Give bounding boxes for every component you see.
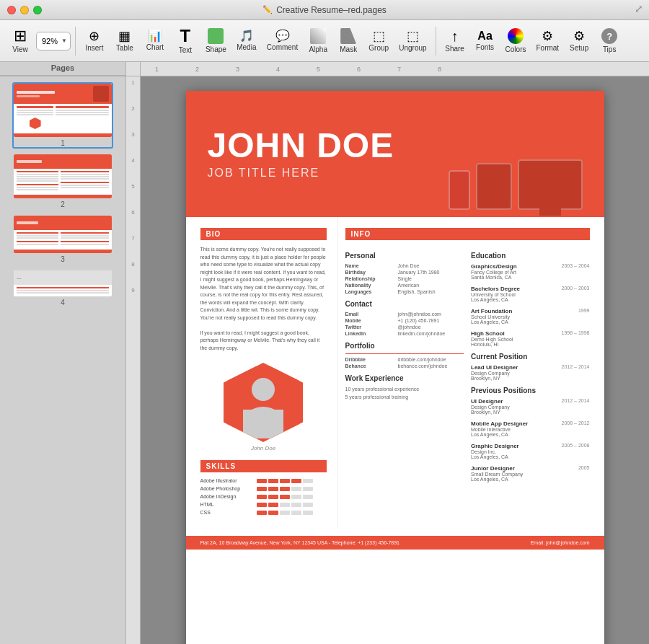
info-languages-row: Languages English, Spanish: [345, 289, 464, 294]
info-behance-row: Behance behance.com/johndoe: [345, 363, 464, 369]
page-thumb-3[interactable]: 3: [12, 214, 113, 265]
portfolio-label: Portfolio: [345, 342, 464, 350]
info-nationality-row: Nationality American: [345, 283, 464, 288]
toolbar-alpha[interactable]: Alpha: [304, 25, 332, 56]
ungroup-icon: ⬚: [407, 30, 419, 43]
toolbar-ungroup[interactable]: ⬚ Ungroup: [394, 27, 431, 55]
document-title: ✏️ Creative Resume–red.pages: [262, 5, 387, 15]
toolbar-setup[interactable]: ⚙ Setup: [565, 27, 593, 55]
svg-point-1: [252, 378, 275, 401]
mask-icon: [340, 28, 356, 44]
info-mobile-row: Mobile +1 (120) 456-7891: [345, 318, 464, 323]
ruler-corner: Pages: [0, 62, 126, 76]
shape-icon: [208, 28, 224, 44]
media-icon: 🎵: [239, 30, 254, 42]
insert-icon: ⊕: [89, 30, 100, 43]
toolbar-tips[interactable]: ? Tips: [595, 25, 624, 56]
setup-icon: ⚙: [573, 30, 585, 43]
device-icons: [449, 159, 583, 210]
work-exp-label: Work Experience: [345, 374, 464, 382]
table-icon: ▦: [118, 30, 131, 43]
separator: [75, 27, 76, 56]
toolbar-share[interactable]: ↑ Share: [441, 26, 469, 56]
toolbar-chart[interactable]: 📊 Chart: [141, 27, 169, 54]
info-right: Education 2003 – 2004 Graphics/Design Fa…: [471, 246, 590, 488]
resume-footer: Flat 2A, 10 Broadway Avenue, New York, N…: [186, 536, 604, 550]
page-thumb-1[interactable]: 1: [12, 82, 113, 149]
toolbar-colors[interactable]: Colors: [501, 25, 531, 56]
skill-name-2: Adobe Photoshop: [200, 486, 252, 491]
photo-label: John Doe: [200, 445, 327, 451]
fullscreen-button[interactable]: ⤢: [635, 3, 643, 14]
right-panel: 1 2 3 4 5 6 7 8 9 JOHN DOE JOB TITLE HER…: [126, 76, 649, 644]
toolbar-insert[interactable]: ⊕ Insert: [80, 27, 109, 55]
personal-label: Personal: [345, 252, 464, 260]
toolbar-comment[interactable]: 💬 Comment: [262, 27, 302, 54]
main-content: 1: [0, 76, 649, 644]
skill-bars-3: [257, 495, 313, 499]
close-button[interactable]: [7, 6, 16, 14]
sidebar: 1: [0, 76, 126, 644]
zoom-control[interactable]: 92% ▼: [36, 32, 71, 50]
skill-row-1: Adobe Illustrator: [200, 478, 327, 483]
minimize-button[interactable]: [20, 6, 29, 14]
toolbar-text[interactable]: T Text: [171, 25, 200, 57]
edu-entry-1: 2003 – 2004 Graphics/Design Fancy Colleg…: [471, 263, 590, 280]
page-thumb-2[interactable]: 2: [12, 153, 113, 210]
toolbar-group[interactable]: ⬚ Group: [364, 27, 393, 55]
format-icon: ⚙: [542, 30, 553, 43]
page-number-2: 2: [14, 200, 112, 208]
skill-row-2: Adobe Photoshop: [200, 486, 327, 491]
toolbar-mask[interactable]: Mask: [334, 25, 363, 56]
toolbar-table[interactable]: ▦ Table: [110, 27, 139, 55]
profile-hexagon: [224, 363, 303, 442]
skill-row-5: CSS: [200, 510, 327, 515]
skills-header: Skills: [200, 460, 327, 472]
toolbar-fonts[interactable]: Aa Fonts: [471, 27, 500, 54]
zoom-down-arrow[interactable]: ▼: [61, 38, 67, 44]
text-icon: T: [180, 27, 191, 45]
ruler-corner-sm: [126, 62, 141, 76]
info-left: Personal Name John Doe Birthday January …: [345, 246, 464, 488]
info-name-row: Name John Doe: [345, 263, 464, 268]
skill-name-4: HTML: [200, 502, 252, 507]
info-dribbble-row: Dribbble dribbble.com/johndoe: [345, 357, 464, 362]
toolbar-shape[interactable]: Shape: [201, 25, 231, 56]
fonts-icon: Aa: [477, 30, 492, 42]
sidebar-header: Pages: [0, 62, 125, 72]
view-icon: ⊞: [14, 28, 27, 44]
footer-address: Flat 2A, 10 Broadway Avenue, New York, N…: [200, 540, 400, 545]
resume-body: BIO This is some dummy copy. You're not …: [186, 217, 604, 529]
info-twitter-row: Twitter @johndoe: [345, 325, 464, 330]
colors-icon: [508, 28, 524, 44]
maximize-button[interactable]: [33, 6, 42, 14]
phone-icon: [449, 170, 470, 210]
svg-rect-3: [243, 410, 283, 438]
alpha-icon: [310, 28, 326, 44]
bio-text: This is some dummy copy. You're not real…: [200, 246, 327, 352]
window-controls[interactable]: [7, 6, 42, 14]
skill-bars-1: [257, 479, 313, 483]
previous-positions-label: Previous Positions: [471, 387, 590, 394]
bio-section-header: BIO: [200, 228, 327, 240]
skill-name-3: Adobe InDesign: [200, 494, 252, 499]
info-linkedin-row: LinkedIn linkedin.com/johndoe: [345, 331, 464, 336]
info-relationship-row: Relationship Single: [345, 276, 464, 281]
monitor-icon: [518, 159, 583, 210]
toolbar-media[interactable]: 🎵 Media: [232, 27, 261, 54]
prev-pos-3: 2005 – 2008 Graphic Designer Design Inc.…: [471, 443, 590, 459]
comment-icon: 💬: [275, 30, 290, 42]
edu-entry-3: 1999 Art Foundation School University Lo…: [471, 308, 590, 325]
share-icon: ↑: [451, 29, 459, 43]
resume-name: JOHN DOE: [208, 128, 583, 163]
page-thumb-4[interactable]: -- 4: [12, 269, 113, 308]
tablet-icon: [476, 163, 512, 210]
page-number-4: 4: [14, 299, 112, 306]
toolbar-view[interactable]: ⊞ View: [6, 25, 35, 56]
page-number-1: 1: [14, 139, 112, 147]
edu-entry-4: 1996 – 1998 High School Demo High School…: [471, 330, 590, 347]
toolbar-format[interactable]: ⚙ Format: [531, 27, 563, 55]
info-section-header: INFO: [345, 228, 590, 240]
photo-container: [200, 363, 327, 442]
profile-photo-svg: [227, 366, 299, 438]
